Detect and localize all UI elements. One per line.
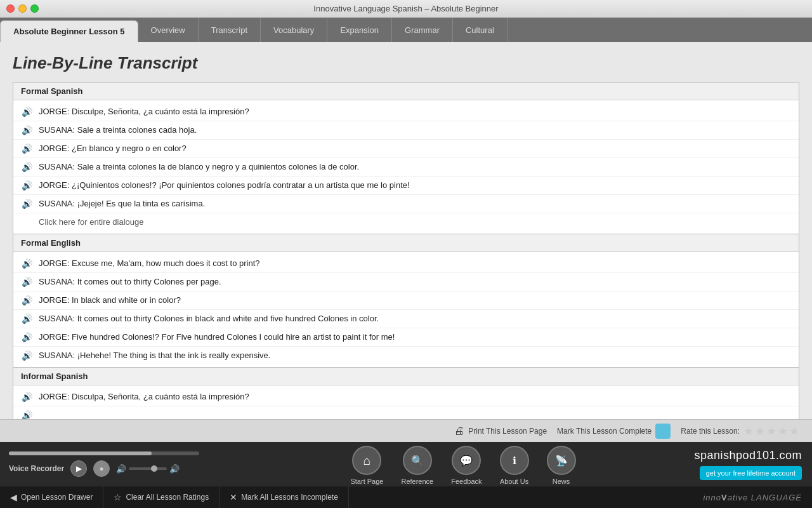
star-3[interactable]: ★ <box>766 424 776 438</box>
nav-news[interactable]: 📡 News <box>538 443 585 488</box>
footer-brand: innoVative LANGUAGE <box>703 493 802 502</box>
tab-grammar[interactable]: Grammar <box>392 18 453 42</box>
list-item: 🔊 JORGE: Excuse me, Ma'am, how much does… <box>13 255 799 273</box>
nav-feedback[interactable]: 💬 Feedback <box>442 443 490 488</box>
clear-ratings-button[interactable]: ☆ Clear All Lesson Ratings <box>103 486 219 508</box>
active-tab[interactable]: Absolute Beginner Lesson 5 <box>0 20 138 42</box>
feedback-label: Feedback <box>451 478 481 485</box>
player-controls: Voice Recorder ▶ ● 🔊 🔊 <box>9 460 232 477</box>
minimize-button[interactable] <box>18 4 27 13</box>
window-controls <box>6 4 39 13</box>
section-header-formal-english: Formal English <box>13 234 799 252</box>
list-item: 🔊 JORGE: Disculpa, Señorita, ¿a cuánto e… <box>13 388 799 406</box>
player-center: ⌂ Start Page 🔍 Reference 💬 Feedback ℹ Ab… <box>241 441 685 488</box>
line-text: SUSANA: ¡Jejeje! Es que la tinta es carí… <box>39 198 205 210</box>
star-2[interactable]: ★ <box>755 424 765 438</box>
audio-icon[interactable]: 🔊 <box>20 349 34 363</box>
volume-icon: 🔊 <box>116 464 126 474</box>
nav-start-page[interactable]: ⌂ Start Page <box>341 443 392 488</box>
player-right: spanishpod101.com get your free lifetime… <box>685 449 812 480</box>
print-button[interactable]: 🖨 Print This Lesson Page <box>454 425 547 437</box>
x-icon: ✕ <box>230 492 237 502</box>
tab-vocabulary[interactable]: Vocabulary <box>261 18 327 42</box>
feedback-icon: 💬 <box>452 446 481 475</box>
printer-icon: 🖨 <box>454 425 464 437</box>
audio-icon[interactable]: 🔊 <box>20 257 34 271</box>
line-text: JORGE: Disculpa, Señorita, ¿a cuánto est… <box>39 391 249 403</box>
line-text: SUSANA: ¡Hehehe! The thing is that the i… <box>39 350 270 361</box>
start-page-label: Start Page <box>350 478 383 485</box>
record-button[interactable]: ● <box>93 460 110 477</box>
volume-thumb[interactable] <box>151 465 157 472</box>
star-icon: ☆ <box>114 492 122 502</box>
mark-complete-button[interactable]: Mark This Lesson Complete <box>557 424 671 439</box>
audio-icon[interactable]: 🔊 <box>20 275 34 289</box>
list-item: 🔊 <box>13 406 799 419</box>
about-us-icon: ℹ <box>500 446 529 475</box>
mark-incomplete-label: Mark All Lessons Incomplete <box>241 493 338 502</box>
star-5[interactable]: ★ <box>789 424 799 438</box>
section-body-informal-spanish: 🔊 JORGE: Disculpa, Señorita, ¿a cuánto e… <box>13 385 799 419</box>
audio-icon[interactable]: 🔊 <box>20 160 34 174</box>
line-text: SUSANA: Sale a treinta colones la de bla… <box>39 161 359 173</box>
toolbar: ◀ Open Lesson Drawer ☆ Clear All Lesson … <box>0 486 812 508</box>
line-text: JORGE: In black and white or in color? <box>39 295 181 306</box>
list-item: 🔊 JORGE: Five hundred Colones!? For Five… <box>13 328 799 347</box>
line-text: SUSANA: It comes out to thirty Colones i… <box>39 313 379 324</box>
player-area: Voice Recorder ▶ ● 🔊 🔊 ⌂ <box>0 442 812 486</box>
line-text: SUSANA: Sale a treinta colones cada hoja… <box>39 124 197 136</box>
audio-icon[interactable]: 🔊 <box>20 123 34 137</box>
list-item: 🔊 JORGE: Disculpe, Señorita, ¿a cuánto e… <box>13 103 799 121</box>
tab-overview[interactable]: Overview <box>138 18 199 42</box>
tab-bar: Absolute Beginner Lesson 5 Overview Tran… <box>0 18 812 42</box>
section-header-formal-spanish: Formal Spanish <box>13 83 799 100</box>
nav-reference[interactable]: 🔍 Reference <box>392 443 442 488</box>
open-lesson-drawer-button[interactable]: ◀ Open Lesson Drawer <box>0 486 103 508</box>
audio-icon[interactable]: 🔊 <box>20 330 34 344</box>
complete-checkbox[interactable] <box>655 424 671 439</box>
audio-icon[interactable]: 🔊 <box>20 293 34 307</box>
close-button[interactable] <box>6 4 15 13</box>
rate-label: Rate this Lesson: <box>681 427 740 436</box>
section-body-formal-spanish: 🔊 JORGE: Disculpe, Señorita, ¿a cuánto e… <box>13 100 799 234</box>
page-title: Line-By-Line Transcript <box>0 42 812 82</box>
list-item: 🔊 SUSANA: ¡Hehehe! The thing is that the… <box>13 347 799 364</box>
volume-track[interactable] <box>129 467 167 470</box>
toolbar-right: innoVative LANGUAGE <box>703 493 812 502</box>
audio-icon[interactable]: 🔊 <box>20 142 34 156</box>
play-button[interactable]: ▶ <box>70 460 87 477</box>
get-account-button[interactable]: get your free lifetime account <box>700 466 802 480</box>
dialogue-link[interactable]: Click here for entire dialouge <box>20 217 143 228</box>
list-item: 🔊 SUSANA: Sale a treinta colones cada ho… <box>13 121 799 140</box>
list-item: 🔊 SUSANA: It comes out to thirty Colones… <box>13 310 799 328</box>
list-item: 🔊 JORGE: In black and white or in color? <box>13 291 799 310</box>
audio-icon[interactable]: 🔊 <box>20 197 34 211</box>
clear-ratings-label: Clear All Lesson Ratings <box>126 493 209 502</box>
window-title: Innovative Language Spanish – Absolute B… <box>313 4 498 13</box>
volume-control[interactable]: 🔊 🔊 <box>116 464 180 474</box>
line-text: JORGE: Excuse me, Ma'am, how much does i… <box>39 258 260 269</box>
nav-about-us[interactable]: ℹ About Us <box>491 443 538 488</box>
tab-expansion[interactable]: Expansion <box>327 18 392 42</box>
tab-transcript[interactable]: Transcript <box>199 18 261 42</box>
audio-icon[interactable]: 🔊 <box>20 105 34 119</box>
audio-icon[interactable]: 🔊 <box>20 178 34 192</box>
audio-progress-bar[interactable] <box>9 451 199 455</box>
audio-icon[interactable]: 🔊 <box>20 408 34 419</box>
about-us-label: About Us <box>500 478 528 485</box>
mark-complete-label: Mark This Lesson Complete <box>557 427 652 436</box>
audio-icon[interactable]: 🔊 <box>20 390 34 404</box>
list-item: Click here for entire dialouge <box>13 213 799 231</box>
tab-cultural[interactable]: Cultural <box>453 18 508 42</box>
transcript-scroll[interactable]: Formal Spanish 🔊 JORGE: Disculpe, Señori… <box>0 82 812 419</box>
voice-recorder-label: Voice Recorder <box>9 464 64 473</box>
star-1[interactable]: ★ <box>743 424 754 438</box>
mark-incomplete-button[interactable]: ✕ Mark All Lessons Incomplete <box>219 486 349 508</box>
play-icon: ▶ <box>76 464 82 473</box>
list-item: 🔊 SUSANA: ¡Jejeje! Es que la tinta es ca… <box>13 195 799 213</box>
audio-icon[interactable]: 🔊 <box>20 312 34 326</box>
star-4[interactable]: ★ <box>778 424 788 438</box>
record-icon: ● <box>100 464 104 473</box>
maximize-button[interactable] <box>30 4 39 13</box>
list-item: 🔊 JORGE: ¿En blanco y negro o en color? <box>13 140 799 158</box>
